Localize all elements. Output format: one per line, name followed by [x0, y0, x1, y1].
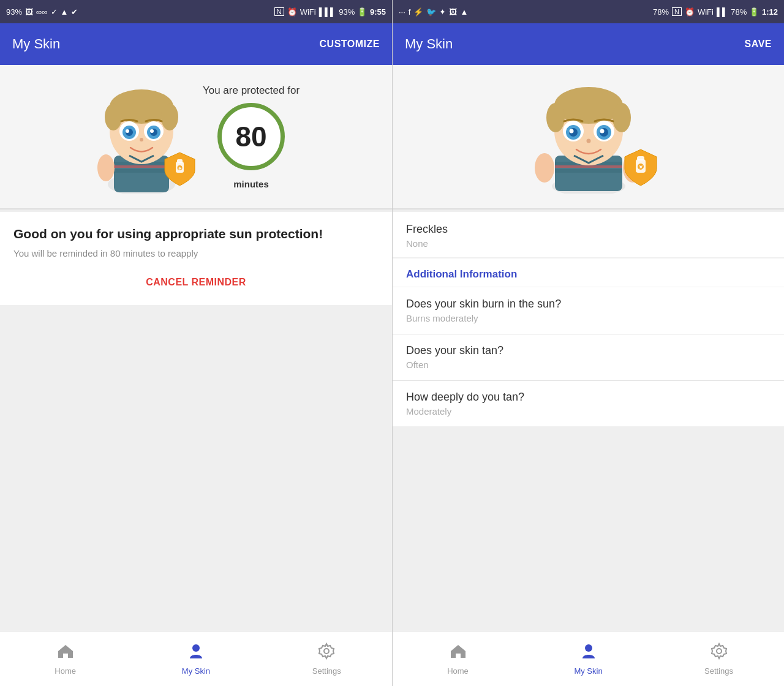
app-title-left: My Skin: [12, 36, 60, 52]
character-section-right: ☀: [393, 65, 784, 208]
svg-rect-22: [177, 159, 183, 163]
home-icon-right: [450, 643, 467, 664]
status-right-right: 78% N ⏰ WiFi ▌▌ 78% 🔋 1:12: [653, 7, 778, 17]
alarm-icon: ⏰: [287, 7, 297, 17]
character-section-left: ☀ You are protected for 80 minutes: [0, 65, 392, 208]
shadow-divider: [0, 208, 392, 211]
svg-point-9: [105, 104, 122, 130]
voicemail-icon: ∞∞: [36, 7, 48, 17]
home-icon-left: [57, 643, 74, 664]
myskin-icon-left: [187, 643, 205, 664]
nfc-icon: N: [274, 7, 284, 16]
avatar-right: ☀: [527, 77, 650, 196]
svg-point-53: [717, 649, 722, 654]
content-left: ☀ You are protected for 80 minutes Good …: [0, 65, 392, 631]
nav-settings-label-right: Settings: [704, 666, 733, 676]
svg-point-17: [126, 129, 129, 133]
settings-icon-right: [710, 643, 728, 664]
svg-point-38: [612, 103, 631, 132]
save-button[interactable]: SAVE: [745, 39, 772, 50]
bottom-nav-right: Home My Skin Settings: [393, 631, 784, 686]
customize-button[interactable]: CUSTOMIZE: [320, 39, 380, 50]
nav-home-right[interactable]: Home: [434, 643, 483, 676]
freckles-section: Freckles None: [393, 212, 784, 257]
nav-home-left[interactable]: Home: [41, 643, 90, 676]
nav-myskin-left[interactable]: My Skin: [172, 643, 221, 676]
photo-icon-r: 🖼: [449, 7, 457, 17]
svg-point-37: [546, 103, 565, 132]
right-screen: ··· f ⚡ 🐦 ✦ 🖼 ▲ 78% N ⏰ WiFi ▌▌ 78% 🔋 1:…: [392, 0, 784, 686]
bottom-nav-left: Home My Skin Settings: [0, 631, 392, 686]
status-bar-right: ··· f ⚡ 🐦 ✦ 🖼 ▲ 78% N ⏰ WiFi ▌▌ 78% 🔋 1:…: [393, 0, 784, 23]
left-screen: 93% 🖼 ∞∞ ✓ ▲ ✔ N ⏰ WiFi ▌▌▌ 93% 🔋 9:55 M…: [0, 0, 392, 686]
drive-icon: ▲: [61, 7, 69, 17]
svg-rect-3: [114, 169, 169, 173]
nfc-icon-r: N: [672, 7, 682, 16]
svg-point-25: [192, 644, 200, 652]
svg-point-47: [586, 139, 590, 143]
signal-icon: ▌▌▌: [319, 7, 336, 17]
question-2-answer: Often: [406, 360, 771, 370]
svg-rect-30: [555, 169, 622, 173]
status-icons-left: 93% 🖼 ∞∞ ✓ ▲ ✔: [6, 7, 78, 17]
signal-icon-r: ▌▌: [717, 7, 728, 17]
svg-point-10: [161, 104, 178, 130]
protection-unit: minutes: [233, 179, 269, 189]
svg-rect-31: [555, 165, 622, 168]
nav-settings-right[interactable]: Settings: [695, 643, 744, 676]
protection-label: You are protected for: [203, 85, 300, 97]
svg-rect-20: [114, 165, 169, 168]
avatar-left: ☀: [92, 77, 190, 196]
questions-container: Does your skin burn in the sun? Burns mo…: [393, 287, 784, 426]
svg-point-26: [324, 649, 329, 654]
settings-icon-left: [318, 643, 335, 664]
battery-pct-left: 93%: [6, 7, 22, 17]
status-right-left: N ⏰ WiFi ▌▌▌ 93% 🔋 9:55: [274, 7, 386, 17]
question-2: Does your skin tan? Often: [393, 334, 784, 380]
nav-settings-left[interactable]: Settings: [302, 643, 351, 676]
myskin-icon-right: [580, 643, 597, 664]
nav-home-label-right: Home: [447, 666, 469, 676]
msg-icon: ···: [399, 7, 405, 17]
protection-info: You are protected for 80 minutes: [203, 85, 300, 189]
question-1: Does your skin burn in the sun? Burns mo…: [393, 288, 784, 333]
question-3: How deeply do you tan? Moderately: [393, 380, 784, 426]
message-title: Good on you for using appropriate sun pr…: [13, 225, 379, 242]
protection-number: 80: [235, 123, 266, 151]
protection-circle: 80: [217, 103, 285, 170]
status-bar-left: 93% 🖼 ∞∞ ✓ ▲ ✔ N ⏰ WiFi ▌▌▌ 93% 🔋 9:55: [0, 0, 392, 23]
nav-myskin-label-right: My Skin: [574, 666, 602, 676]
messenger-icon: ⚡: [413, 7, 423, 17]
svg-point-45: [569, 129, 573, 134]
app-header-right: My Skin SAVE: [393, 23, 784, 65]
cancel-reminder-button[interactable]: CANCEL REMINDER: [13, 271, 379, 294]
twitter-icon: 🐦: [426, 7, 436, 17]
freckles-label: Freckles: [406, 223, 771, 236]
svg-point-52: [585, 644, 592, 652]
additional-info-title: Additional Information: [406, 268, 517, 280]
svg-point-46: [600, 129, 604, 134]
battery-pct-right: 78%: [653, 7, 669, 17]
time-right: 1:12: [762, 7, 778, 17]
battery-right: 78% 🔋: [731, 7, 759, 17]
nav-settings-label-left: Settings: [312, 666, 341, 676]
svg-point-19: [140, 138, 143, 141]
status-icons-right: ··· f ⚡ 🐦 ✦ 🖼 ▲: [399, 7, 468, 17]
message-section: Good on you for using appropriate sun pr…: [0, 212, 392, 305]
time-left: 9:55: [370, 7, 386, 17]
svg-point-18: [150, 129, 154, 133]
nav-myskin-right[interactable]: My Skin: [564, 643, 613, 676]
star-icon: ✦: [439, 7, 446, 17]
wifi-icon-r: WiFi: [698, 7, 714, 17]
alarm-icon-r: ⏰: [685, 7, 695, 17]
fb-icon: f: [409, 7, 411, 17]
app-title-right: My Skin: [405, 36, 453, 52]
wifi-icon: WiFi: [300, 7, 316, 17]
question-3-text: How deeply do you tan?: [406, 391, 771, 404]
nav-myskin-label-left: My Skin: [182, 666, 210, 676]
app-header-left: My Skin CUSTOMIZE: [0, 23, 392, 65]
question-2-text: Does your skin tan?: [406, 344, 771, 357]
question-1-answer: Burns moderately: [406, 313, 771, 323]
freckles-value: None: [406, 238, 771, 249]
photo-icon: 🖼: [25, 7, 33, 17]
